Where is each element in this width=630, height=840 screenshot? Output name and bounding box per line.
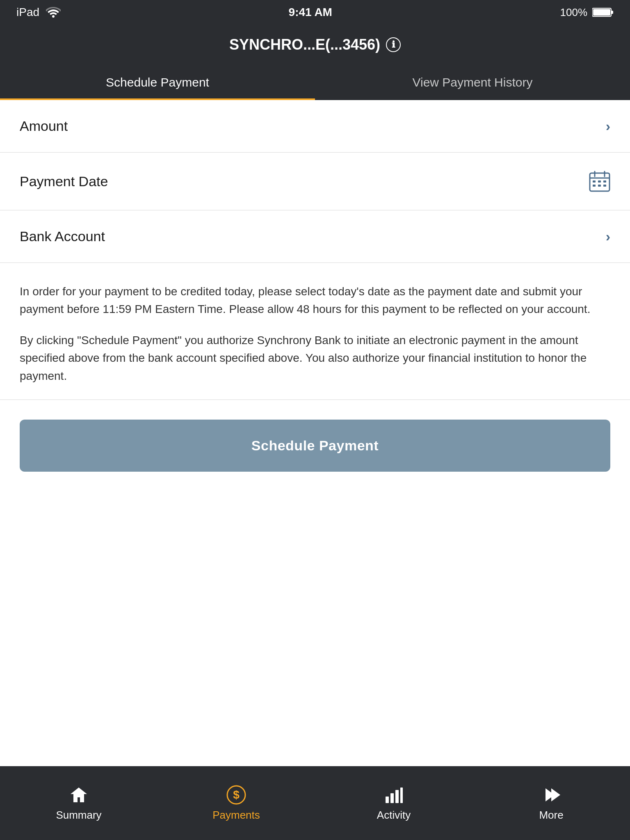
- svg-marker-20: [551, 788, 560, 801]
- bank-account-chevron-icon: ›: [606, 228, 610, 244]
- nav-label-payments: Payments: [212, 809, 260, 822]
- tab-bar: Schedule Payment View Payment History: [0, 66, 630, 100]
- schedule-payment-button[interactable]: Schedule Payment: [20, 420, 610, 472]
- amount-label: Amount: [20, 118, 68, 134]
- svg-rect-7: [593, 180, 596, 183]
- svg-rect-15: [386, 797, 389, 803]
- svg-rect-18: [400, 788, 403, 803]
- svg-rect-10: [593, 185, 596, 187]
- svg-rect-8: [598, 180, 601, 183]
- svg-rect-12: [603, 185, 606, 187]
- svg-rect-16: [390, 793, 394, 803]
- nav-label-summary: Summary: [56, 809, 101, 822]
- disclaimer-paragraph-2: By clicking "Schedule Payment" you autho…: [20, 331, 610, 385]
- battery-icon: [592, 7, 614, 18]
- svg-text:$: $: [233, 788, 240, 801]
- status-right: 100%: [560, 6, 614, 19]
- chart-icon: [384, 785, 404, 805]
- payment-date-label: Payment Date: [20, 173, 108, 189]
- bank-account-label: Bank Account: [20, 228, 105, 244]
- svg-rect-1: [611, 11, 613, 14]
- header: SYNCHRO...E(...3456) ℹ Schedule Payment …: [0, 25, 630, 100]
- amount-chevron-icon: ›: [606, 118, 610, 134]
- payment-date-row[interactable]: Payment Date: [0, 153, 630, 210]
- account-title-row: SYNCHRO...E(...3456) ℹ: [229, 36, 401, 53]
- tab-view-payment-history[interactable]: View Payment History: [315, 66, 630, 100]
- amount-row[interactable]: Amount ›: [0, 100, 630, 153]
- tab-schedule-payment[interactable]: Schedule Payment: [0, 66, 315, 100]
- svg-rect-2: [593, 9, 610, 16]
- main-content: Amount › Payment Date Bank Account › In …: [0, 100, 630, 472]
- home-icon: [69, 785, 89, 805]
- svg-rect-17: [395, 790, 399, 803]
- account-title-text: SYNCHRO...E(...3456): [229, 36, 380, 53]
- svg-rect-11: [598, 185, 601, 187]
- more-chevron-icon: [541, 785, 561, 805]
- status-time: 9:41 AM: [289, 6, 332, 19]
- nav-label-more: More: [539, 809, 563, 822]
- nav-item-activity[interactable]: Activity: [315, 785, 472, 822]
- device-label: iPad: [16, 6, 39, 19]
- bank-account-row[interactable]: Bank Account ›: [0, 210, 630, 263]
- info-button[interactable]: ℹ: [386, 37, 401, 52]
- status-bar: iPad 9:41 AM 100%: [0, 0, 630, 25]
- disclaimer-section: In order for your payment to be credited…: [0, 263, 630, 400]
- nav-item-summary[interactable]: Summary: [0, 785, 158, 822]
- nav-item-more[interactable]: More: [472, 785, 630, 822]
- nav-label-activity: Activity: [377, 809, 411, 822]
- calendar-icon: [589, 171, 610, 192]
- status-left: iPad: [16, 6, 61, 19]
- bottom-navigation: Summary $ Payments Activity More: [0, 766, 630, 840]
- dollar-icon: $: [226, 785, 246, 805]
- battery-label: 100%: [560, 6, 588, 19]
- nav-item-payments[interactable]: $ Payments: [158, 785, 315, 822]
- info-icon-symbol: ℹ: [392, 39, 395, 50]
- svg-rect-9: [603, 180, 606, 183]
- wifi-icon: [46, 7, 61, 18]
- disclaimer-paragraph-1: In order for your payment to be credited…: [20, 283, 610, 318]
